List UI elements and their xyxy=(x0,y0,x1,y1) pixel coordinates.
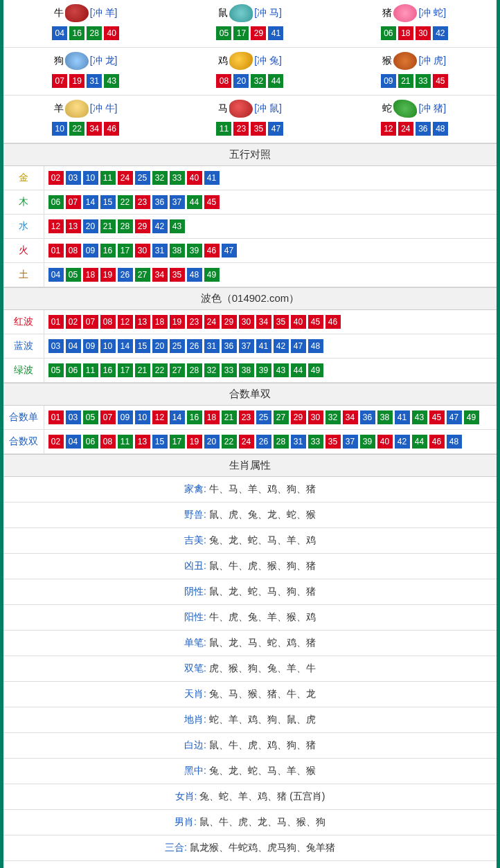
number-ball: 30 xyxy=(239,315,254,329)
number-ball: 43 xyxy=(104,74,119,88)
zodiac-cell: 马[冲 鼠]11233547 xyxy=(168,96,332,143)
number-ball: 05 xyxy=(216,26,231,40)
number-ball: 16 xyxy=(100,244,116,257)
number-ball: 20 xyxy=(83,219,98,233)
section-header-wuxing: 五行对照 xyxy=(3,143,497,166)
zodiac-cell: 狗[冲 龙]07193143 xyxy=(3,48,168,96)
number-ball: 34 xyxy=(256,315,271,329)
number-ball: 36 xyxy=(222,339,237,353)
number-ball: 17 xyxy=(118,244,133,257)
number-ball: 10 xyxy=(135,410,150,424)
number-ball: 22 xyxy=(118,195,133,209)
number-ball: 31 xyxy=(87,74,102,88)
attr-row: 天肖: 兔、马、猴、猪、牛、龙 xyxy=(3,682,497,707)
row-label: 合数单 xyxy=(3,406,44,430)
table-row: 合数单0103050709101214161821232527293032343… xyxy=(3,406,497,430)
wuxing-table: 金02031011242532334041木060714152223363744… xyxy=(3,166,497,287)
number-ball: 05 xyxy=(66,268,81,282)
number-ball: 47 xyxy=(222,244,237,257)
number-ball: 31 xyxy=(152,244,168,257)
number-ball: 13 xyxy=(66,219,81,233)
number-ball: 23 xyxy=(239,410,254,424)
number-ball: 30 xyxy=(416,26,431,40)
number-ball: 11 xyxy=(100,171,116,185)
zodiac-name: 马 xyxy=(218,102,228,115)
number-ball: 25 xyxy=(256,410,271,424)
number-ball: 41 xyxy=(256,339,271,353)
attr-value: 蛇、羊、鸡、狗、鼠、虎 xyxy=(206,714,316,725)
number-ball: 17 xyxy=(233,26,249,40)
zodiac-conflict: [冲 龙] xyxy=(90,55,118,67)
number-ball: 07 xyxy=(52,74,67,88)
zi-snake-icon xyxy=(393,100,417,118)
number-ball: 36 xyxy=(360,410,375,424)
attr-key: 地肖: xyxy=(184,714,206,725)
attr-row: 双笔: 虎、猴、狗、兔、羊、牛 xyxy=(3,656,497,682)
number-ball: 41 xyxy=(395,410,410,424)
number-ball: 24 xyxy=(398,122,413,136)
number-ball: 05 xyxy=(48,363,64,377)
zodiac-number-row: 06183042 xyxy=(332,26,497,40)
number-ball: 01 xyxy=(48,410,64,424)
row-numbers: 03040910141520252631363741424748 xyxy=(44,334,497,359)
number-ball: 48 xyxy=(187,268,202,282)
row-label: 蓝波 xyxy=(3,334,44,359)
number-ball: 44 xyxy=(291,363,306,377)
attr-value: 鼠、牛、虎、龙、马、猴、狗 xyxy=(197,816,325,827)
number-ball: 08 xyxy=(216,74,231,88)
zodiac-conflict: [冲 蛇] xyxy=(418,7,446,19)
number-ball: 36 xyxy=(152,195,168,209)
number-ball: 11 xyxy=(216,122,231,136)
number-ball: 12 xyxy=(381,122,396,136)
number-ball: 40 xyxy=(187,171,202,185)
number-ball: 19 xyxy=(69,74,84,88)
number-ball: 05 xyxy=(83,410,98,424)
number-ball: 37 xyxy=(239,339,254,353)
number-ball: 20 xyxy=(204,435,220,449)
number-ball: 33 xyxy=(222,363,237,377)
table-row: 水1213202128294243 xyxy=(3,215,497,239)
attr-row: 阴性: 鼠、龙、蛇、马、狗、猪 xyxy=(3,579,497,605)
number-ball: 37 xyxy=(170,195,185,209)
attr-key: 阴性: xyxy=(184,586,206,597)
row-label: 合数双 xyxy=(3,430,44,454)
number-ball: 35 xyxy=(251,122,266,136)
zodiac-conflict: [冲 马] xyxy=(254,7,282,19)
number-ball: 45 xyxy=(308,315,323,329)
zodiac-name: 羊 xyxy=(54,102,64,115)
number-ball: 18 xyxy=(83,268,98,282)
number-ball: 10 xyxy=(52,122,67,136)
number-ball: 13 xyxy=(135,435,150,449)
table-row: 金02031011242532334041 xyxy=(3,166,497,190)
number-ball: 38 xyxy=(170,244,185,257)
number-ball: 19 xyxy=(187,435,202,449)
attr-key: 男肖: xyxy=(175,816,197,827)
zodiac-conflict: [冲 羊] xyxy=(90,7,118,19)
attr-key: 阳性: xyxy=(184,611,206,622)
zodiac-name: 牛 xyxy=(54,7,64,19)
number-ball: 24 xyxy=(204,315,220,329)
number-ball: 14 xyxy=(83,195,98,209)
attr-value: 兔、蛇、羊、鸡、猪 (五宫肖) xyxy=(197,790,325,802)
number-ball: 49 xyxy=(204,268,220,282)
number-ball: 48 xyxy=(447,435,462,449)
number-ball: 40 xyxy=(377,435,393,449)
number-ball: 16 xyxy=(100,363,116,377)
row-label: 绿波 xyxy=(3,359,44,383)
number-ball: 32 xyxy=(325,410,341,424)
zodiac-cell-header: 马[冲 鼠] xyxy=(168,100,332,118)
number-ball: 30 xyxy=(135,244,150,257)
zodiac-number-row: 07193143 xyxy=(3,74,168,88)
number-ball: 47 xyxy=(268,122,283,136)
number-ball: 04 xyxy=(52,26,67,40)
number-ball: 07 xyxy=(66,195,81,209)
zi-rat-icon xyxy=(229,4,253,22)
number-ball: 44 xyxy=(412,435,427,449)
number-ball: 02 xyxy=(66,315,81,329)
zi-monkey-icon xyxy=(393,52,417,70)
zodiac-conflict: [冲 鼠] xyxy=(254,102,282,115)
number-ball: 03 xyxy=(48,339,64,353)
number-ball: 29 xyxy=(291,410,306,424)
number-ball: 31 xyxy=(204,339,220,353)
number-ball: 34 xyxy=(87,122,102,136)
